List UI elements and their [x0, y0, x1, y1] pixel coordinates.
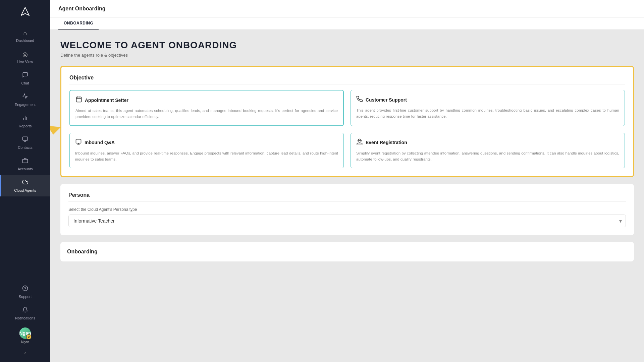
event-registration-desc: Simplify event registration by collectin… [356, 150, 619, 163]
objective-customer-support[interactable]: Customer Support This agent provides fir… [351, 90, 625, 126]
sidebar-item-label: Cloud Agents [14, 188, 36, 192]
username-label: Ngan [21, 340, 29, 344]
objective-inbound-qa[interactable]: Inbound Q&A Inbound inquiries, answer FA… [69, 133, 344, 168]
contacts-icon [22, 136, 28, 144]
objective-header: Inbound Q&A [75, 138, 338, 147]
event-registration-title: Event Registration [366, 140, 407, 145]
avatar-badge: 2 [26, 334, 32, 340]
content-area: WELCOME TO AGENT ONBOARDING Define the a… [50, 30, 644, 362]
sidebar-collapse-button[interactable]: ‹ [0, 347, 50, 359]
support-icon [22, 285, 28, 293]
sidebar-item-chat[interactable]: Chat [0, 68, 50, 89]
dashboard-icon: ⌂ [23, 30, 27, 37]
inbound-qa-desc: Inbound inquiries, answer FAQs, and prov… [75, 150, 338, 163]
page-title: Agent Onboarding [58, 6, 105, 12]
objective-header: Event Registration [356, 138, 619, 147]
sidebar-item-label: Engagement [15, 103, 36, 107]
appointment-setter-desc: Aimed at sales teams, this agent automat… [75, 108, 338, 120]
cloud-agents-icon [22, 179, 28, 187]
svg-marker-9 [50, 126, 61, 135]
objective-appointment-setter[interactable]: Appointment Setter Aimed at sales teams,… [69, 90, 344, 126]
live-view-icon: ◎ [22, 51, 28, 58]
sidebar-logo [0, 0, 50, 23]
sidebar-item-cloud-agents[interactable]: Cloud Agents [0, 175, 50, 196]
objective-header: Customer Support [356, 96, 619, 104]
customer-support-title: Customer Support [366, 97, 407, 103]
sidebar-item-engagement[interactable]: Engagement [0, 89, 50, 111]
svg-rect-14 [76, 139, 81, 143]
persona-section-title: Persona [68, 192, 626, 202]
objectives-grid: Appointment Setter Aimed at sales teams,… [69, 90, 625, 168]
collapse-icon: ‹ [24, 350, 26, 356]
persona-form-label: Select the Cloud Agent's Persona type [68, 207, 626, 212]
reports-icon [22, 115, 28, 122]
objective-event-registration[interactable]: Event Registration Simplify event regist… [351, 133, 625, 168]
accounts-icon [22, 158, 28, 165]
sidebar: ⌂ Dashboard ◎ Live View Chat Engagement … [0, 0, 50, 362]
sidebar-item-reports[interactable]: Reports [0, 111, 50, 132]
topbar: Agent Onboarding [50, 0, 644, 17]
sidebar-item-label: Reports [19, 124, 32, 128]
sidebar-item-label: Support [19, 295, 32, 299]
customer-support-desc: This agent provides first-line customer … [356, 107, 619, 120]
tab-nav: ONBOARDING [50, 17, 644, 30]
sidebar-item-dashboard[interactable]: ⌂ Dashboard [0, 26, 50, 47]
notifications-icon [22, 307, 28, 314]
avatar-wrapper: Ngan 2 [19, 327, 31, 339]
sidebar-item-notifications[interactable]: Notifications [0, 303, 50, 324]
objective-section-title: Objective [69, 75, 625, 84]
persona-select[interactable]: Informative Teacher Friendly Helper Prof… [68, 215, 626, 227]
engagement-icon [22, 93, 28, 101]
svg-rect-3 [23, 137, 28, 140]
tab-onboarding[interactable]: ONBOARDING [58, 17, 99, 29]
sidebar-item-accounts[interactable]: Accounts [0, 154, 50, 175]
objective-section: Objective Appointment Setter Aimed at sa… [60, 66, 634, 177]
sidebar-item-label: Chat [21, 81, 29, 85]
appointment-setter-icon [75, 96, 82, 104]
onboarding-section: Onboarding [60, 242, 634, 261]
sidebar-item-label: Accounts [17, 167, 33, 171]
event-registration-icon [356, 138, 363, 147]
svg-rect-6 [23, 159, 28, 163]
sidebar-item-live-view[interactable]: ◎ Live View [0, 47, 50, 68]
sidebar-item-contacts[interactable]: Contacts [0, 132, 50, 154]
chat-icon [22, 72, 28, 79]
sidebar-item-label: Notifications [15, 316, 35, 320]
sidebar-bottom: Support Notifications Ngan 2 Ngan ‹ [0, 281, 50, 362]
sidebar-item-label: Contacts [18, 145, 32, 149]
customer-support-icon [356, 96, 363, 104]
onboarding-section-title: Onboarding [67, 249, 627, 255]
persona-section: Persona Select the Cloud Agent's Persona… [60, 184, 634, 235]
welcome-subtitle: Define the agents role & objectives [60, 53, 634, 58]
inbound-qa-icon [75, 138, 82, 147]
sidebar-user[interactable]: Ngan 2 Ngan [0, 324, 50, 347]
inbound-qa-title: Inbound Q&A [85, 140, 115, 145]
sidebar-item-label: Dashboard [16, 39, 34, 43]
main-wrapper: Agent Onboarding ONBOARDING WELCOME TO A… [50, 0, 644, 362]
sidebar-item-support[interactable]: Support [0, 281, 50, 303]
appointment-setter-title: Appointment Setter [85, 98, 128, 103]
welcome-title: WELCOME TO AGENT ONBOARDING [60, 40, 634, 51]
objective-header: Appointment Setter [75, 96, 338, 104]
persona-select-wrapper: Informative Teacher Friendly Helper Prof… [68, 215, 626, 227]
sidebar-item-label: Live View [17, 60, 33, 64]
